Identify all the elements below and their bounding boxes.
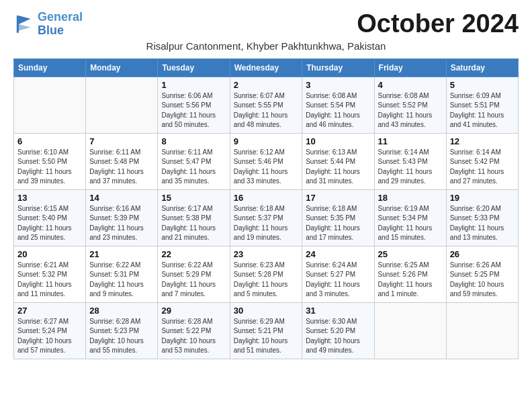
calendar-cell: 4Sunrise: 6:08 AM Sunset: 5:52 PM Daylig… (374, 77, 446, 133)
day-number: 1 (161, 80, 226, 90)
calendar-body: 1Sunrise: 6:06 AM Sunset: 5:56 PM Daylig… (14, 77, 519, 359)
calendar-cell: 17Sunrise: 6:18 AM Sunset: 5:35 PM Dayli… (302, 189, 374, 246)
day-info: Sunrise: 6:19 AM Sunset: 5:34 PM Dayligh… (378, 204, 443, 243)
day-info: Sunrise: 6:13 AM Sunset: 5:44 PM Dayligh… (306, 148, 370, 187)
page-header: General Blue October 2024 (13, 11, 519, 38)
day-number: 2 (234, 80, 299, 90)
week-row-2: 6Sunrise: 6:10 AM Sunset: 5:50 PM Daylig… (14, 133, 519, 189)
location-title: Risalpur Cantonment, Khyber Pakhtunkhwa,… (13, 40, 519, 52)
day-info: Sunrise: 6:27 AM Sunset: 5:24 PM Dayligh… (17, 317, 82, 356)
day-number: 30 (234, 306, 299, 316)
calendar-cell: 3Sunrise: 6:08 AM Sunset: 5:54 PM Daylig… (302, 77, 374, 133)
svg-rect-0 (17, 15, 19, 33)
day-number: 28 (89, 306, 154, 316)
logo-line1: General (38, 10, 83, 24)
header-thursday: Thursday (302, 58, 374, 77)
calendar-cell (446, 302, 518, 359)
day-info: Sunrise: 6:25 AM Sunset: 5:26 PM Dayligh… (378, 261, 443, 300)
calendar-cell: 25Sunrise: 6:25 AM Sunset: 5:26 PM Dayli… (374, 246, 446, 302)
month-title: October 2024 (357, 11, 519, 36)
day-info: Sunrise: 6:23 AM Sunset: 5:28 PM Dayligh… (234, 261, 299, 300)
day-info: Sunrise: 6:28 AM Sunset: 5:22 PM Dayligh… (161, 317, 226, 356)
calendar-cell: 11Sunrise: 6:14 AM Sunset: 5:43 PM Dayli… (374, 133, 446, 189)
day-number: 26 (450, 249, 515, 259)
calendar-table: SundayMondayTuesdayWednesdayThursdayFrid… (13, 58, 519, 359)
header-sunday: Sunday (14, 58, 86, 77)
calendar-cell: 27Sunrise: 6:27 AM Sunset: 5:24 PM Dayli… (14, 302, 86, 359)
calendar-cell: 26Sunrise: 6:26 AM Sunset: 5:25 PM Dayli… (446, 246, 518, 302)
calendar-header: SundayMondayTuesdayWednesdayThursdayFrid… (14, 58, 519, 77)
day-number: 14 (89, 193, 154, 203)
day-info: Sunrise: 6:11 AM Sunset: 5:47 PM Dayligh… (161, 148, 226, 187)
header-saturday: Saturday (446, 58, 518, 77)
day-number: 11 (378, 136, 443, 146)
day-number: 31 (306, 306, 370, 316)
day-number: 4 (378, 80, 443, 90)
calendar-cell: 23Sunrise: 6:23 AM Sunset: 5:28 PM Dayli… (230, 246, 302, 302)
day-number: 15 (161, 193, 226, 203)
header-wednesday: Wednesday (230, 58, 302, 77)
day-number: 24 (306, 249, 370, 259)
logo: General Blue (13, 11, 83, 38)
calendar-cell: 1Sunrise: 6:06 AM Sunset: 5:56 PM Daylig… (158, 77, 230, 133)
week-row-1: 1Sunrise: 6:06 AM Sunset: 5:56 PM Daylig… (14, 77, 519, 133)
day-info: Sunrise: 6:18 AM Sunset: 5:35 PM Dayligh… (306, 204, 370, 243)
calendar-cell: 14Sunrise: 6:16 AM Sunset: 5:39 PM Dayli… (86, 189, 158, 246)
logo-text: General Blue (38, 11, 83, 38)
day-number: 23 (234, 249, 299, 259)
day-info: Sunrise: 6:10 AM Sunset: 5:50 PM Dayligh… (17, 148, 82, 187)
week-row-4: 20Sunrise: 6:21 AM Sunset: 5:32 PM Dayli… (14, 246, 519, 302)
calendar-cell: 5Sunrise: 6:09 AM Sunset: 5:51 PM Daylig… (446, 77, 518, 133)
day-number: 6 (17, 136, 82, 146)
week-row-3: 13Sunrise: 6:15 AM Sunset: 5:40 PM Dayli… (14, 189, 519, 246)
day-number: 27 (17, 306, 82, 316)
day-number: 10 (306, 136, 370, 146)
day-info: Sunrise: 6:09 AM Sunset: 5:51 PM Dayligh… (450, 91, 515, 130)
day-info: Sunrise: 6:11 AM Sunset: 5:48 PM Dayligh… (89, 148, 154, 187)
day-info: Sunrise: 6:26 AM Sunset: 5:25 PM Dayligh… (450, 261, 515, 300)
calendar-cell: 20Sunrise: 6:21 AM Sunset: 5:32 PM Dayli… (14, 246, 86, 302)
calendar-cell: 9Sunrise: 6:12 AM Sunset: 5:46 PM Daylig… (230, 133, 302, 189)
day-info: Sunrise: 6:24 AM Sunset: 5:27 PM Dayligh… (306, 261, 370, 300)
calendar-cell: 6Sunrise: 6:10 AM Sunset: 5:50 PM Daylig… (14, 133, 86, 189)
day-info: Sunrise: 6:08 AM Sunset: 5:54 PM Dayligh… (306, 91, 370, 130)
day-number: 9 (234, 136, 299, 146)
day-number: 16 (234, 193, 299, 203)
day-info: Sunrise: 6:08 AM Sunset: 5:52 PM Dayligh… (378, 91, 443, 130)
calendar-cell: 13Sunrise: 6:15 AM Sunset: 5:40 PM Dayli… (14, 189, 86, 246)
calendar-cell: 30Sunrise: 6:29 AM Sunset: 5:21 PM Dayli… (230, 302, 302, 359)
header-monday: Monday (86, 58, 158, 77)
calendar-cell: 21Sunrise: 6:22 AM Sunset: 5:31 PM Dayli… (86, 246, 158, 302)
day-info: Sunrise: 6:22 AM Sunset: 5:31 PM Dayligh… (89, 261, 154, 300)
calendar-cell: 7Sunrise: 6:11 AM Sunset: 5:48 PM Daylig… (86, 133, 158, 189)
day-number: 21 (89, 249, 154, 259)
calendar-cell (86, 77, 158, 133)
calendar-cell (374, 302, 446, 359)
day-info: Sunrise: 6:18 AM Sunset: 5:37 PM Dayligh… (234, 204, 299, 243)
svg-marker-2 (19, 24, 31, 31)
day-info: Sunrise: 6:20 AM Sunset: 5:33 PM Dayligh… (450, 204, 515, 243)
day-info: Sunrise: 6:15 AM Sunset: 5:40 PM Dayligh… (17, 204, 82, 243)
day-number: 29 (161, 306, 226, 316)
calendar-cell: 24Sunrise: 6:24 AM Sunset: 5:27 PM Dayli… (302, 246, 374, 302)
calendar-cell: 15Sunrise: 6:17 AM Sunset: 5:38 PM Dayli… (158, 189, 230, 246)
calendar-cell: 22Sunrise: 6:22 AM Sunset: 5:29 PM Dayli… (158, 246, 230, 302)
week-row-5: 27Sunrise: 6:27 AM Sunset: 5:24 PM Dayli… (14, 302, 519, 359)
day-info: Sunrise: 6:12 AM Sunset: 5:46 PM Dayligh… (234, 148, 299, 187)
calendar-cell (14, 77, 86, 133)
day-info: Sunrise: 6:21 AM Sunset: 5:32 PM Dayligh… (17, 261, 82, 300)
calendar-cell: 28Sunrise: 6:28 AM Sunset: 5:23 PM Dayli… (86, 302, 158, 359)
day-number: 13 (17, 193, 82, 203)
day-info: Sunrise: 6:29 AM Sunset: 5:21 PM Dayligh… (234, 317, 299, 356)
day-number: 5 (450, 80, 515, 90)
day-info: Sunrise: 6:14 AM Sunset: 5:43 PM Dayligh… (378, 148, 443, 187)
calendar-cell: 19Sunrise: 6:20 AM Sunset: 5:33 PM Dayli… (446, 189, 518, 246)
day-number: 3 (306, 80, 370, 90)
day-number: 12 (450, 136, 515, 146)
header-row: SundayMondayTuesdayWednesdayThursdayFrid… (14, 58, 519, 77)
calendar-cell: 12Sunrise: 6:14 AM Sunset: 5:42 PM Dayli… (446, 133, 518, 189)
day-info: Sunrise: 6:14 AM Sunset: 5:42 PM Dayligh… (450, 148, 515, 187)
day-info: Sunrise: 6:16 AM Sunset: 5:39 PM Dayligh… (89, 204, 154, 243)
day-number: 25 (378, 249, 443, 259)
calendar-cell: 18Sunrise: 6:19 AM Sunset: 5:34 PM Dayli… (374, 189, 446, 246)
